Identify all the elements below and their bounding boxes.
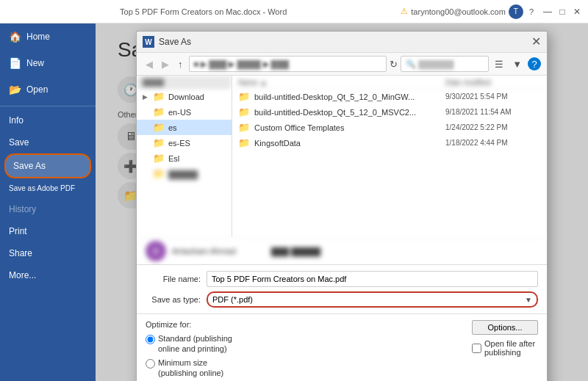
sidebar-item-saveas[interactable]: Save As [4,153,91,178]
folder-icon: 📁 [153,137,165,148]
avatar[interactable]: T [509,4,523,19]
folder-enus[interactable]: 📁 en-US [137,104,232,120]
sidebar-open-label: Open [26,84,48,95]
sidebar-item-open[interactable]: 📂 Open [0,76,96,103]
file-date: 1/18/2022 4:44 PM [445,139,541,147]
standard-radio-row: Standard (publishing online and printing… [146,333,457,355]
open-after-label: Open file after publishing [484,339,535,357]
account-email: taryntong00@outlook.com [411,7,506,16]
dialog-toolbar: ◀ ▶ ↑ ■ ▶ ▓▓▓ ▶ ▓▓▓▓ ▶ ▓▓▓ ↻ 🔍 ▓▓▓▓▓▓ ☰ … [137,53,547,76]
folder-name: es-ES [168,139,190,148]
dialog-left-panel: ▓▓▓▓ ▶ 📁 Download 📁 en-US 📁 es [137,76,232,237]
folder-icon: 📁 [153,153,165,164]
minimum-radio-row: Minimum size (publishing online) [146,358,457,379]
titlebar: Top 5 PDF Form Creators on Mac.docx - Wo… [0,0,588,23]
folder-icon: 📁 [238,91,250,102]
name-col-header: Name ▲ [238,79,441,87]
file-date: 1/24/2022 5:22 PM [445,123,541,131]
file-row[interactable]: 📁 KingsoftData 1/18/2022 4:44 PM [232,135,547,150]
refresh-button[interactable]: ↻ [390,59,398,70]
savetype-arrow-icon: ▼ [525,296,532,304]
file-row[interactable]: 📁 build-untitled-Desktop_Qt_5_12_0_MSVC2… [232,104,547,120]
savetype-value: PDF (*.pdf) [212,295,525,304]
sidebar-item-new[interactable]: 📄 New [0,50,96,76]
warning-icon: ⚠ [401,7,408,16]
sidebar-item-share[interactable]: Share [0,242,96,264]
sidebar-item-save[interactable]: Save [0,131,96,153]
file-name: KingsoftData [254,139,441,148]
options-button[interactable]: Options... [472,320,538,335]
app-layout: 🏠 Home 📄 New 📂 Open Info Save Save As Sa… [0,23,588,381]
file-name: build-untitled-Desktop_Qt_5_12_0_MinGW..… [254,92,441,101]
open-after-checkbox[interactable] [472,344,481,353]
author-name: Antasham Ahmad [172,247,236,255]
standard-label: Standard (publishing online and printing… [158,333,232,355]
sidebar-item-home[interactable]: 🏠 Home [0,23,96,50]
folder-download[interactable]: ▶ 📁 Download [137,89,232,104]
sidebar-item-info[interactable]: Info [0,109,96,131]
sidebar-item-print[interactable]: Print [0,220,96,242]
left-panel-header: ▓▓▓▓ [137,76,232,89]
sidebar-item-saveadobe[interactable]: Save as Adobe PDF [0,178,96,198]
file-date: 9/18/2021 11:54 AM [445,108,541,116]
view-options-button[interactable]: ▼ [509,57,525,71]
saveas-dialog: W Save As ✕ ◀ ▶ ↑ ■ ▶ ▓▓▓ ▶ ▓▓▓▓ ▶ ▓▓▓ ↻… [136,31,548,381]
new-icon: 📄 [9,57,21,69]
dialog-right-panel: Name ▲ Date modified 📁 build-untitled-De… [232,76,547,237]
sidebar-new-label: New [26,58,44,68]
breadcrumb-bar[interactable]: ■ ▶ ▓▓▓ ▶ ▓▓▓▓ ▶ ▓▓▓ [189,56,387,72]
dialog-title: Save As [159,37,191,47]
view-toggle-button[interactable]: ☰ [492,57,506,71]
savetype-dropdown[interactable]: PDF (*.pdf) ▼ [207,291,538,308]
window-controls: — □ ✕ [542,7,582,17]
author-blurred: ▓▓▓ ▓▓▓▓▓ [271,247,320,255]
folder-es[interactable]: 📁 es [137,120,232,135]
help-dialog-button[interactable]: ? [528,57,541,70]
filename-input[interactable] [207,271,538,287]
maximize-button[interactable]: □ [557,7,567,17]
dialog-close-button[interactable]: ✕ [531,36,541,48]
folder-icon: 📁 [238,137,250,148]
folder-name: es [168,123,177,132]
account-info: ⚠ taryntong00@outlook.com T ? [401,4,534,19]
folder-icon: 📁 [153,106,165,117]
file-name: build-untitled-Desktop_Qt_5_12_0_MSVC2..… [254,108,441,117]
date-col-header: Date modified [445,79,541,87]
optimize-section: Optimize for: Standard (publishing onlin… [137,313,547,381]
back-button[interactable]: ◀ [143,57,156,71]
dialog-footer: File name: document.querySelector('[data… [137,264,547,313]
savetype-row: Save as type: PDF (*.pdf) ▼ [146,291,538,308]
folder-icon: 📁 [153,122,165,133]
content-area: Save As 🕐 Recent ☁ OneDrive Other locati… [96,23,588,381]
dialog-content: ▓▓▓▓ ▶ 📁 Download 📁 en-US 📁 es [137,76,547,237]
folder-eses[interactable]: 📁 es-ES [137,135,232,150]
modal-overlay: W Save As ✕ ◀ ▶ ↑ ■ ▶ ▓▓▓ ▶ ▓▓▓▓ ▶ ▓▓▓ ↻… [96,23,588,381]
minimum-radio[interactable] [146,359,155,369]
forward-button[interactable]: ▶ [159,57,172,71]
file-row[interactable]: 📁 build-untitled-Desktop_Qt_5_12_0_MinGW… [232,89,547,104]
close-button[interactable]: ✕ [572,7,582,17]
folder-icon: 📁 [153,168,165,179]
minimize-button[interactable]: — [542,7,553,17]
sidebar-item-history: History [0,198,96,220]
folder-blurred[interactable]: 📁 ▓▓▓▓▓ [137,166,232,181]
author-row: A Antasham Ahmad ▓▓▓ ▓▓▓▓▓ [137,237,547,264]
search-bar[interactable]: 🔍 ▓▓▓▓▓▓ [401,56,489,72]
author-avatar: A [146,241,166,261]
file-row[interactable]: 📁 Custom Office Templates 1/24/2022 5:22… [232,120,547,135]
sidebar-item-more[interactable]: More... [0,264,96,286]
standard-radio[interactable] [146,335,155,344]
help-icon[interactable]: ? [529,7,534,16]
dialog-titlebar: W Save As ✕ [137,32,547,53]
up-button[interactable]: ↑ [175,57,186,71]
open-icon: 📂 [9,84,21,95]
home-icon: 🏠 [9,31,21,43]
search-placeholder: 🔍 ▓▓▓▓▓▓ [406,59,453,69]
filename-label: File name: [146,275,201,283]
sidebar: 🏠 Home 📄 New 📂 Open Info Save Save As Sa… [0,23,96,381]
folder-esl[interactable]: 📁 Esl [137,150,232,166]
folder-icon: 📁 [238,106,250,117]
file-list-header: Name ▲ Date modified [232,77,547,89]
sidebar-saveas-label: Save As [13,161,46,171]
file-date: 9/30/2021 5:54 PM [445,92,541,101]
